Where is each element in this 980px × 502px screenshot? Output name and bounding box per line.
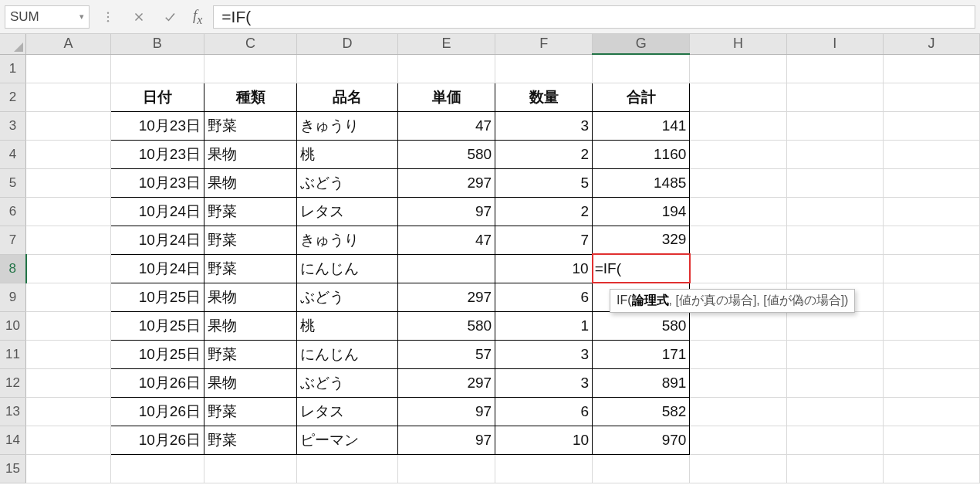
cell-G12[interactable]: 891 [593, 368, 690, 397]
cell-J12[interactable] [883, 368, 979, 397]
cell-A2[interactable] [26, 83, 111, 111]
cell-B1[interactable] [110, 54, 204, 83]
cell-E6[interactable]: 97 [398, 197, 495, 226]
cell-E14[interactable]: 97 [398, 426, 495, 454]
col-head-C[interactable]: C [204, 34, 296, 54]
cell-F11[interactable]: 3 [495, 340, 593, 368]
cell-F9[interactable]: 6 [495, 283, 593, 311]
cell-A7[interactable] [26, 226, 111, 254]
col-head-B[interactable]: B [110, 34, 204, 54]
row-head-7[interactable]: 7 [0, 226, 26, 254]
row-head-6[interactable]: 6 [0, 197, 26, 226]
cell-J15[interactable] [883, 454, 979, 483]
cell-H13[interactable] [690, 397, 786, 426]
cell-C9[interactable]: 果物 [204, 283, 296, 311]
cell-J1[interactable] [883, 54, 979, 83]
cell-G6[interactable]: 194 [593, 197, 690, 226]
cell-I14[interactable] [786, 426, 883, 454]
cell-C3[interactable]: 野菜 [204, 111, 296, 140]
cell-I5[interactable] [786, 168, 883, 197]
row-head-3[interactable]: 3 [0, 111, 26, 140]
cell-J4[interactable] [883, 140, 979, 168]
cell-C15[interactable] [204, 454, 296, 483]
cell-C7[interactable]: 野菜 [204, 226, 296, 254]
cell-F13[interactable]: 6 [495, 397, 593, 426]
cell-C10[interactable]: 果物 [204, 311, 296, 340]
cell-A15[interactable] [26, 454, 111, 483]
cell-J10[interactable] [883, 311, 979, 340]
cell-H2[interactable] [690, 83, 786, 111]
cell-E2[interactable]: 単価 [398, 83, 495, 111]
cell-F6[interactable]: 2 [495, 197, 593, 226]
cell-J14[interactable] [883, 426, 979, 454]
cell-H4[interactable] [690, 140, 786, 168]
cell-E15[interactable] [398, 454, 495, 483]
cell-B6[interactable]: 10月24日 [110, 197, 204, 226]
cell-C8[interactable]: 野菜 [204, 254, 296, 283]
cell-H7[interactable] [690, 226, 786, 254]
cell-E1[interactable] [398, 54, 495, 83]
select-all-triangle[interactable] [0, 34, 26, 54]
cell-C5[interactable]: 果物 [204, 168, 296, 197]
cell-D3[interactable]: きゅうり [297, 111, 398, 140]
col-head-J[interactable]: J [883, 34, 979, 54]
cell-B2[interactable]: 日付 [110, 83, 204, 111]
cell-F8[interactable]: 10 [495, 254, 593, 283]
fx-icon[interactable]: fx [188, 7, 207, 27]
cell-I13[interactable] [786, 397, 883, 426]
cell-G5[interactable]: 1485 [593, 168, 690, 197]
col-head-F[interactable]: F [495, 34, 593, 54]
cell-E12[interactable]: 297 [398, 368, 495, 397]
col-head-E[interactable]: E [398, 34, 495, 54]
cell-G14[interactable]: 970 [593, 426, 690, 454]
formula-input[interactable]: =IF( [213, 5, 975, 29]
cell-B12[interactable]: 10月26日 [110, 368, 204, 397]
cell-H15[interactable] [690, 454, 786, 483]
cell-D13[interactable]: レタス [297, 397, 398, 426]
cell-J9[interactable] [883, 283, 979, 311]
cell-B8[interactable]: 10月24日 [110, 254, 204, 283]
cell-D1[interactable] [297, 54, 398, 83]
cell-I7[interactable] [786, 226, 883, 254]
row-head-15[interactable]: 15 [0, 454, 26, 483]
cell-B10[interactable]: 10月25日 [110, 311, 204, 340]
cell-A12[interactable] [26, 368, 111, 397]
row-head-4[interactable]: 4 [0, 140, 26, 168]
row-head-9[interactable]: 9 [0, 283, 26, 311]
cell-B13[interactable]: 10月26日 [110, 397, 204, 426]
cell-C4[interactable]: 果物 [204, 140, 296, 168]
cell-J13[interactable] [883, 397, 979, 426]
cell-J6[interactable] [883, 197, 979, 226]
cell-F1[interactable] [495, 54, 593, 83]
cell-A5[interactable] [26, 168, 111, 197]
cell-F2[interactable]: 数量 [495, 83, 593, 111]
cell-B9[interactable]: 10月25日 [110, 283, 204, 311]
cell-H1[interactable] [690, 54, 786, 83]
cell-I10[interactable] [786, 311, 883, 340]
cell-A6[interactable] [26, 197, 111, 226]
cell-H11[interactable] [690, 340, 786, 368]
cell-D12[interactable]: ぶどう [297, 368, 398, 397]
cell-B4[interactable]: 10月23日 [110, 140, 204, 168]
cell-J8[interactable] [883, 254, 979, 283]
cell-A14[interactable] [26, 426, 111, 454]
cell-D2[interactable]: 品名 [297, 83, 398, 111]
cell-I2[interactable] [786, 83, 883, 111]
cell-F4[interactable]: 2 [495, 140, 593, 168]
cell-F15[interactable] [495, 454, 593, 483]
row-head-14[interactable]: 14 [0, 426, 26, 454]
cell-F7[interactable]: 7 [495, 226, 593, 254]
cell-B3[interactable]: 10月23日 [110, 111, 204, 140]
cell-E13[interactable]: 97 [398, 397, 495, 426]
cell-B7[interactable]: 10月24日 [110, 226, 204, 254]
cell-A10[interactable] [26, 311, 111, 340]
cell-F5[interactable]: 5 [495, 168, 593, 197]
cell-I8[interactable] [786, 254, 883, 283]
col-head-A[interactable]: A [26, 34, 111, 54]
cell-E8[interactable] [398, 254, 495, 283]
row-head-5[interactable]: 5 [0, 168, 26, 197]
cell-C11[interactable]: 野菜 [204, 340, 296, 368]
cell-J2[interactable] [883, 83, 979, 111]
row-head-12[interactable]: 12 [0, 368, 26, 397]
cell-E5[interactable]: 297 [398, 168, 495, 197]
